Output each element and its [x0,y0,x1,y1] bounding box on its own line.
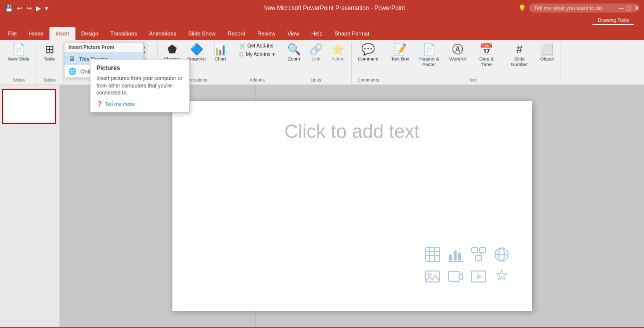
wordart-icon: Ⓐ [452,44,463,55]
this-device-icon: 🖥 [68,55,75,62]
table-content-icon[interactable] [423,245,442,264]
ribbon-tabs: File Home Insert Design Transitions Anim… [0,25,644,40]
tab-shape-format[interactable]: Shape Format [329,27,376,40]
links-group-label: Links [311,78,321,84]
tab-view[interactable]: View [281,27,305,40]
chart-content-icon[interactable] [446,245,465,264]
get-addins-button[interactable]: 🛒 Get Add-ins [237,42,277,50]
new-slide-button[interactable]: 📄 New Slide [5,42,32,64]
svg-rect-0 [426,248,440,262]
tooltip-title: Pictures [96,64,183,72]
object-button[interactable]: ⬜ Object [537,42,558,64]
comment-icon: 💬 [361,44,375,55]
web-content-icon[interactable] [492,245,511,264]
date-time-icon: 📅 [480,44,493,55]
tab-slideshow[interactable]: Slide Show [182,27,222,40]
tab-home[interactable]: Home [23,27,49,40]
tab-help[interactable]: Help [305,27,329,40]
tell-me-input[interactable] [529,4,639,12]
online-pictures-icon: 🌐 [68,68,76,75]
icon-content-icon[interactable] [492,267,511,286]
tab-design[interactable]: Design [75,27,104,40]
svg-rect-10 [480,248,486,252]
tooltip-link-text: Tell me more [105,101,135,107]
header-footer-icon: 📄 [422,44,436,55]
smartart-label: SmartArt [187,56,205,62]
zoom-button[interactable]: 🔍 Zoom [283,42,304,64]
drawing-tools-bar: Drawing Tools [0,16,644,25]
slides-group-label: Slides [12,78,25,84]
tab-animations[interactable]: Animations [143,27,182,40]
my-addins-icon: ⬡ [239,52,244,57]
text-group-label: Text [469,78,477,84]
date-time-label: Date & Time [474,56,500,68]
video-content-icon[interactable] [446,267,465,286]
chart-icon: 📊 [213,44,227,55]
tables-group-items: ⊞ Table [39,42,60,78]
header-footer-button[interactable]: 📄 Header & Footer [413,42,445,70]
date-time-button[interactable]: 📅 Date & Time [471,42,503,70]
addins-items: 🛒 Get Add-ins ⬡ My Add-ins ▾ [237,42,277,58]
get-addins-icon: 🛒 [239,43,245,48]
slides-group-items: 📄 New Slide [5,42,32,78]
undo-icon[interactable]: ↩ [16,4,23,13]
slides-panel [0,85,60,327]
shapes-icon: ⬟ [167,44,177,55]
canvas-area: Click to add text [60,85,644,327]
slide-number-button[interactable]: # Slide Number [504,42,536,70]
tab-review[interactable]: Review [251,27,281,40]
present-icon[interactable]: ▶ [35,4,42,13]
my-addins-dropdown-icon: ▾ [272,52,275,57]
tell-me-container: 💡 [513,0,644,16]
comment-button[interactable]: 💬 Comment [355,42,381,64]
help-icon: ❓ [96,100,103,107]
slide-placeholder[interactable]: Click to add text [192,121,512,142]
link-button[interactable]: 🔗 Link [305,42,326,64]
tooltip-link[interactable]: ❓ Tell me more [96,100,183,107]
chart-button[interactable]: 📊 Chart [210,42,231,64]
tab-file[interactable]: File [2,27,23,40]
smartart-icon: 🔷 [190,44,203,55]
picture-content-icon[interactable] [423,267,442,286]
svg-rect-9 [472,248,478,252]
link-icon: 🔗 [309,44,323,55]
table-icon: ⊞ [45,44,54,55]
header-footer-label: Header & Footer [416,56,442,68]
link-label: Link [312,56,320,62]
svg-rect-17 [426,271,440,282]
svg-marker-21 [477,274,482,279]
svg-rect-6 [454,250,457,260]
text-box-button[interactable]: 📝 Text Box [388,42,412,64]
slide-thumbnail-1[interactable] [2,89,56,124]
action-button[interactable]: ⭐ Action [327,42,348,64]
media-content-icon[interactable] [469,267,488,286]
tab-insert[interactable]: Insert [49,27,75,40]
svg-rect-7 [458,252,461,260]
text-group-items: 📝 Text Box 📄 Header & Footer Ⓐ WordArt 📅… [388,42,558,78]
redo-icon[interactable]: ↪ [25,4,33,13]
object-label: Object [540,56,554,62]
insert-picture-header: Insert Picture From [64,42,143,52]
table-button[interactable]: ⊞ Table [39,42,60,64]
save-icon[interactable]: 💾 [4,4,14,13]
wordart-label: WordArt [449,56,467,62]
tab-record[interactable]: Record [222,27,251,40]
slide-content-icons [423,245,512,286]
ribbon-group-addins: 🛒 Get Add-ins ⬡ My Add-ins ▾ Add-ins [234,42,280,84]
lightbulb-icon: 💡 [518,4,526,12]
new-slide-icon: 📄 [12,44,25,55]
slide-canvas[interactable]: Click to add text [172,101,532,311]
ribbon-group-links: 🔍 Zoom 🔗 Link ⭐ Action Links [280,42,352,84]
svg-rect-11 [476,256,482,260]
slide-number-label: Slide Number [507,56,533,68]
ribbon-group-tables: ⊞ Table Tables [36,42,63,84]
pictures-tooltip: Pictures Insert pictures from your compu… [90,59,190,112]
more-icon[interactable]: ▾ [44,4,49,13]
new-slide-label: New Slide [8,56,29,62]
my-addins-button[interactable]: ⬡ My Add-ins ▾ [237,50,277,58]
object-icon: ⬜ [540,44,554,55]
wordart-button[interactable]: Ⓐ WordArt [446,42,470,64]
smartart-content-icon[interactable] [469,245,488,264]
action-icon: ⭐ [331,44,345,55]
tab-transitions[interactable]: Transitions [104,27,143,40]
